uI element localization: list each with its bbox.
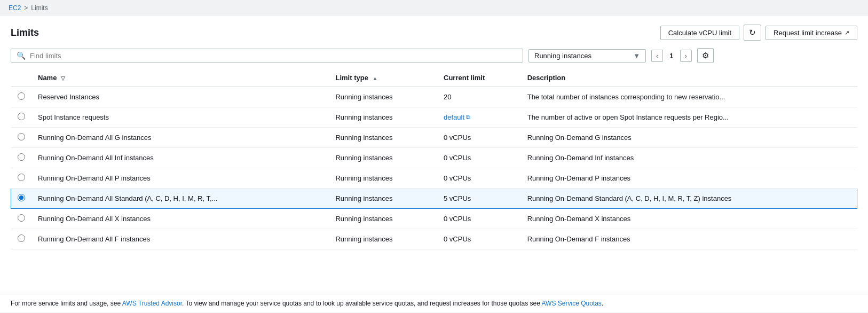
pagination-prev-button[interactable]: ‹ — [651, 50, 663, 62]
limit-type-sort-icon[interactable]: ▲ — [373, 75, 378, 81]
table-row: Running On-Demand All Inf instancesRunni… — [11, 148, 857, 168]
request-limit-increase-button[interactable]: Request limit increase ↗ — [766, 26, 857, 40]
refresh-button[interactable]: ↻ — [744, 25, 761, 41]
row-radio-row6[interactable] — [18, 194, 25, 201]
radio-cell — [11, 148, 32, 168]
refresh-icon: ↻ — [749, 28, 756, 37]
col-header-limit-type: Limit type ▲ — [329, 69, 437, 87]
row-name: Running On-Demand All X instances — [31, 209, 329, 229]
row-limit-type: Running instances — [329, 189, 437, 209]
footer-text-after: . — [602, 300, 603, 307]
table-row: Running On-Demand All X instancesRunning… — [11, 209, 857, 229]
panel-header: Limits Calculate vCPU limit ↻ Request li… — [11, 25, 857, 41]
table-body: Reserved InstancesRunning instances20The… — [11, 87, 857, 249]
row-name: Running On-Demand All P instances — [31, 168, 329, 189]
row-name: Reserved Instances — [31, 87, 329, 107]
row-limit-type: Running instances — [329, 229, 437, 249]
row-description: The number of active or open Spot Instan… — [521, 107, 857, 128]
toolbar: 🔍 Running instances ▼ ‹ 1 › ⚙ — [11, 48, 857, 63]
external-link-icon: ⧉ — [466, 114, 470, 121]
row-description: Running On-Demand Standard (A, C, D, H, … — [521, 189, 857, 209]
settings-gear-button[interactable]: ⚙ — [697, 48, 714, 63]
row-description: Running On-Demand F instances — [521, 229, 857, 249]
header-actions: Calculate vCPU limit ↻ Request limit inc… — [660, 25, 857, 41]
row-current-limit: 0 vCPUs — [437, 148, 521, 168]
row-limit-type: Running instances — [329, 87, 437, 107]
col-header-name: Name ▽ — [31, 69, 329, 87]
row-limit-type: Running instances — [329, 209, 437, 229]
footer-text-between: . To view and manage your service quotas… — [182, 300, 542, 307]
radio-cell — [11, 87, 32, 107]
col-header-current-limit: Current limit — [437, 69, 521, 87]
request-limit-label: Request limit increase — [774, 29, 842, 37]
breadcrumb-separator: > — [24, 4, 28, 12]
row-radio-row8[interactable] — [18, 234, 25, 242]
row-radio-row7[interactable] — [18, 214, 25, 222]
table-row: Running On-Demand All Standard (A, C, D,… — [11, 189, 857, 209]
row-radio-row5[interactable] — [18, 174, 25, 181]
row-description: Running On-Demand P instances — [521, 168, 857, 189]
row-description: Running On-Demand G instances — [521, 128, 857, 148]
breadcrumb: EC2 > Limits — [0, 0, 868, 16]
filter-dropdown[interactable]: Running instances ▼ — [528, 49, 646, 62]
table-header: Name ▽ Limit type ▲ Current limit Descri… — [11, 69, 857, 87]
table-row: Running On-Demand All G instancesRunning… — [11, 128, 857, 148]
radio-cell — [11, 128, 32, 148]
table-row: Running On-Demand All F instancesRunning… — [11, 229, 857, 249]
main-panel: Limits Calculate vCPU limit ↻ Request li… — [0, 16, 868, 294]
radio-cell — [11, 168, 32, 189]
row-limit-type: Running instances — [329, 107, 437, 128]
row-name: Running On-Demand All F instances — [31, 229, 329, 249]
aws-service-quotas-link[interactable]: AWS Service Quotas — [542, 300, 602, 307]
calculate-vcpu-button[interactable]: Calculate vCPU limit — [660, 26, 739, 40]
radio-cell — [11, 229, 32, 249]
limits-table: Name ▽ Limit type ▲ Current limit Descri… — [11, 69, 857, 249]
row-radio-row2[interactable] — [18, 113, 25, 120]
row-current-limit: default⧉ — [437, 107, 521, 128]
radio-cell — [11, 189, 32, 209]
breadcrumb-current: Limits — [31, 4, 48, 12]
row-current-limit: 0 vCPUs — [437, 128, 521, 148]
row-description: Running On-Demand X instances — [521, 209, 857, 229]
external-link-icon: ↗ — [845, 29, 849, 36]
table-row: Running On-Demand All P instancesRunning… — [11, 168, 857, 189]
row-current-limit: 20 — [437, 87, 521, 107]
gear-icon: ⚙ — [702, 51, 709, 60]
table-row: Spot Instance requestsRunning instancesd… — [11, 107, 857, 128]
aws-trusted-advisor-link[interactable]: AWS Trusted Advisor — [122, 300, 182, 307]
row-current-limit: 0 vCPUs — [437, 229, 521, 249]
row-current-limit: 0 vCPUs — [437, 209, 521, 229]
row-name: Running On-Demand All G instances — [31, 128, 329, 148]
col-header-description: Description — [521, 69, 857, 87]
breadcrumb-ec2-link[interactable]: EC2 — [9, 4, 21, 12]
row-name: Running On-Demand All Standard (A, C, D,… — [31, 189, 329, 209]
row-limit-type: Running instances — [329, 168, 437, 189]
pagination-next-button[interactable]: › — [680, 50, 692, 62]
footer-bar: For more service limits and usage, see A… — [0, 294, 868, 312]
current-limit-link[interactable]: default⧉ — [444, 113, 470, 121]
row-description: The total number of instances correspond… — [521, 87, 857, 107]
row-current-limit: 5 vCPUs — [437, 189, 521, 209]
row-name: Spot Instance requests — [31, 107, 329, 128]
row-limit-type: Running instances — [329, 148, 437, 168]
pagination-page-number: 1 — [665, 51, 677, 61]
row-radio-row4[interactable] — [18, 153, 25, 161]
row-name: Running On-Demand All Inf instances — [31, 148, 329, 168]
search-icon: 🔍 — [17, 51, 26, 60]
table-row: Reserved InstancesRunning instances20The… — [11, 87, 857, 107]
search-input[interactable] — [30, 52, 517, 60]
radio-cell — [11, 209, 32, 229]
row-current-limit: 0 vCPUs — [437, 168, 521, 189]
filter-value: Running instances — [534, 52, 591, 60]
search-box: 🔍 — [11, 49, 523, 62]
pagination-controls: ‹ 1 › — [651, 50, 692, 62]
row-description: Running On-Demand Inf instances — [521, 148, 857, 168]
row-radio-row3[interactable] — [18, 133, 25, 140]
col-header-radio — [11, 69, 32, 87]
row-radio-row1[interactable] — [18, 92, 25, 100]
name-sort-icon[interactable]: ▽ — [61, 75, 65, 81]
chevron-down-icon: ▼ — [633, 52, 640, 60]
page-title: Limits — [11, 27, 39, 38]
footer-text-before-link1: For more service limits and usage, see — [11, 300, 122, 307]
radio-cell — [11, 107, 32, 128]
